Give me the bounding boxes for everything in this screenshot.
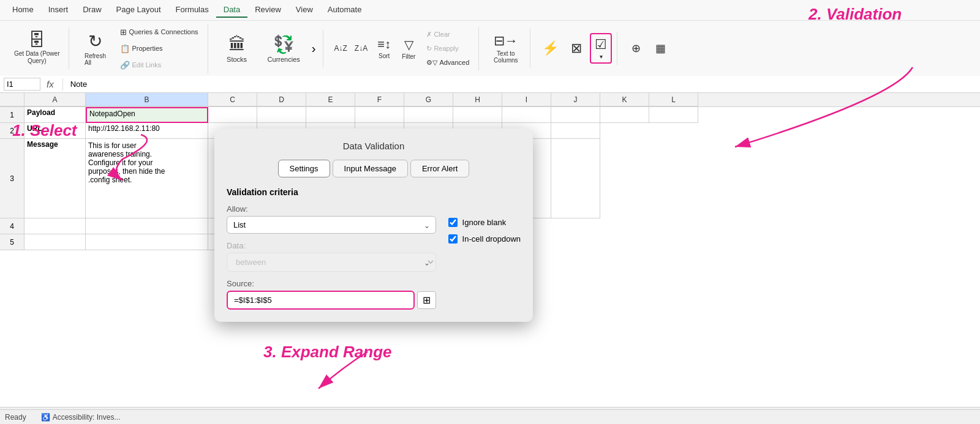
- col-header-b[interactable]: B: [86, 93, 208, 106]
- col-header-a[interactable]: A: [24, 93, 86, 106]
- cell-reference-box[interactable]: [4, 78, 40, 91]
- accessibility-icon: ♿: [41, 413, 50, 422]
- cell-c1[interactable]: [208, 107, 257, 123]
- cell-a4[interactable]: [24, 218, 86, 234]
- cell-j2[interactable]: [551, 123, 600, 139]
- data-validation-button[interactable]: ☑ ▾: [590, 33, 612, 64]
- dialog-tab-settings[interactable]: Settings: [278, 160, 330, 177]
- cell-b3[interactable]: This is for user awareness training. Con…: [86, 139, 208, 218]
- outline-button[interactable]: ▦: [649, 39, 671, 58]
- sort-az-button[interactable]: A↓Z: [331, 42, 350, 54]
- col-header-k[interactable]: K: [600, 93, 649, 106]
- data-validation-dialog[interactable]: Data Validation Settings Input Message E…: [214, 128, 533, 322]
- col-header-l[interactable]: L: [649, 93, 698, 106]
- queries-connections-button[interactable]: ⊞ Queries & Connections: [116, 25, 202, 39]
- cell-j3[interactable]: [551, 139, 600, 218]
- menu-automate[interactable]: Automate: [320, 2, 369, 18]
- cell-d1[interactable]: [257, 107, 306, 123]
- cell-a2[interactable]: URL: [24, 123, 86, 139]
- database-icon: 🗄: [28, 32, 45, 49]
- cell-b5[interactable]: [86, 234, 208, 250]
- formula-bar-divider: [62, 78, 63, 91]
- cell-a3[interactable]: Message: [24, 139, 86, 218]
- validation-label: ▾: [600, 53, 603, 60]
- menu-review[interactable]: Review: [247, 2, 288, 18]
- menu-view[interactable]: View: [288, 2, 320, 18]
- col-header-g[interactable]: G: [404, 93, 453, 106]
- col-header-j[interactable]: J: [551, 93, 600, 106]
- menu-formulas[interactable]: Formulas: [168, 2, 216, 18]
- col-header-f[interactable]: F: [355, 93, 404, 106]
- col-header-c[interactable]: C: [208, 93, 257, 106]
- dialog-tab-error-alert[interactable]: Error Alert: [410, 160, 470, 177]
- menu-home[interactable]: Home: [5, 2, 41, 18]
- in-cell-dropdown-label: In-cell dropdown: [462, 234, 521, 244]
- cell-b4[interactable]: [86, 218, 208, 234]
- menu-data[interactable]: Data: [216, 2, 247, 18]
- stocks-button[interactable]: 🏛 Stocks: [216, 31, 258, 66]
- menu-insert[interactable]: Insert: [41, 2, 76, 18]
- dialog-tab-input-message[interactable]: Input Message: [333, 160, 408, 177]
- ignore-blank-label: Ignore blank: [462, 218, 507, 227]
- cell-k1[interactable]: [600, 107, 649, 123]
- clear-icon: ✗: [426, 31, 432, 39]
- advanced-button[interactable]: ⚙▽ Advanced: [422, 56, 473, 69]
- cell-i1[interactable]: [502, 107, 551, 123]
- dialog-title: Data Validation: [227, 141, 521, 151]
- cell-b1[interactable]: NotepadOpen: [86, 107, 208, 123]
- refresh-icon: ↻: [88, 31, 102, 51]
- clear-label: Clear: [434, 31, 450, 38]
- filter-label: Filter: [402, 53, 415, 60]
- data-select[interactable]: between: [227, 253, 436, 272]
- flash-fill-button[interactable]: ⚡: [538, 37, 563, 59]
- clear-button[interactable]: ✗ Clear: [422, 28, 473, 41]
- cell-f1[interactable]: [355, 107, 404, 123]
- edit-links-icon: 🔗: [120, 61, 130, 70]
- source-range-button[interactable]: ⊞: [417, 291, 436, 309]
- sort-button[interactable]: ≡↕ Sort: [373, 34, 395, 62]
- row-header-1: 1: [0, 107, 24, 123]
- filter-button[interactable]: ▽ Filter: [398, 34, 420, 63]
- text-to-columns-button[interactable]: ⊟→ Text toColumns: [489, 30, 522, 67]
- select-all-button[interactable]: [0, 93, 24, 106]
- cell-j1[interactable]: [551, 107, 600, 123]
- cell-a5[interactable]: [24, 234, 86, 250]
- edit-links-button[interactable]: 🔗 Edit Links: [116, 58, 202, 72]
- formula-input[interactable]: [68, 78, 976, 90]
- menu-draw[interactable]: Draw: [75, 2, 108, 18]
- cell-l1[interactable]: [649, 107, 698, 123]
- get-data-group: 🗄 Get Data (PowerQuery): [5, 28, 69, 69]
- cell-b2[interactable]: http://192.168.2.11:80: [86, 123, 208, 139]
- menu-page-layout[interactable]: Page Layout: [109, 2, 168, 18]
- cell-e1[interactable]: [306, 107, 355, 123]
- col-header-d[interactable]: D: [257, 93, 306, 106]
- expand-data-types-button[interactable]: ›: [309, 39, 318, 58]
- col-header-e[interactable]: E: [306, 93, 355, 106]
- sort-label: Sort: [379, 53, 390, 59]
- currencies-icon: 💱: [273, 34, 295, 54]
- refresh-all-button[interactable]: ↻ RefreshAll: [77, 25, 113, 72]
- cell-h1[interactable]: [453, 107, 502, 123]
- sort-icon: ≡↕: [377, 37, 391, 51]
- source-input-row: ⊞: [227, 291, 436, 310]
- reapply-button[interactable]: ↻ Reapply: [422, 42, 473, 55]
- row-header-4: 4: [0, 218, 24, 234]
- get-data-button[interactable]: 🗄 Get Data (PowerQuery): [10, 29, 64, 68]
- sort-za-button[interactable]: Z↓A: [352, 42, 371, 54]
- cell-a1[interactable]: Payload: [24, 107, 86, 123]
- more-tools-group: ⊕ ▦: [620, 37, 676, 59]
- formula-bar: fx: [0, 76, 980, 93]
- remove-duplicates-button[interactable]: ⊠: [565, 37, 587, 59]
- allow-select[interactable]: List Any value Whole number Decimal Date…: [227, 216, 436, 234]
- col-header-i[interactable]: I: [502, 93, 551, 106]
- consolidate-button[interactable]: ⊕: [625, 39, 647, 58]
- get-data-label: Get Data (PowerQuery): [14, 50, 59, 65]
- properties-button[interactable]: 📋 Properties: [116, 42, 202, 56]
- source-input[interactable]: [227, 291, 415, 310]
- ignore-blank-checkbox[interactable]: [448, 218, 458, 227]
- in-cell-dropdown-checkbox[interactable]: [448, 234, 458, 244]
- allow-select-wrapper: List Any value Whole number Decimal Date…: [227, 216, 436, 234]
- col-header-h[interactable]: H: [453, 93, 502, 106]
- currencies-button[interactable]: 💱 Currencies: [261, 31, 307, 66]
- cell-g1[interactable]: [404, 107, 453, 123]
